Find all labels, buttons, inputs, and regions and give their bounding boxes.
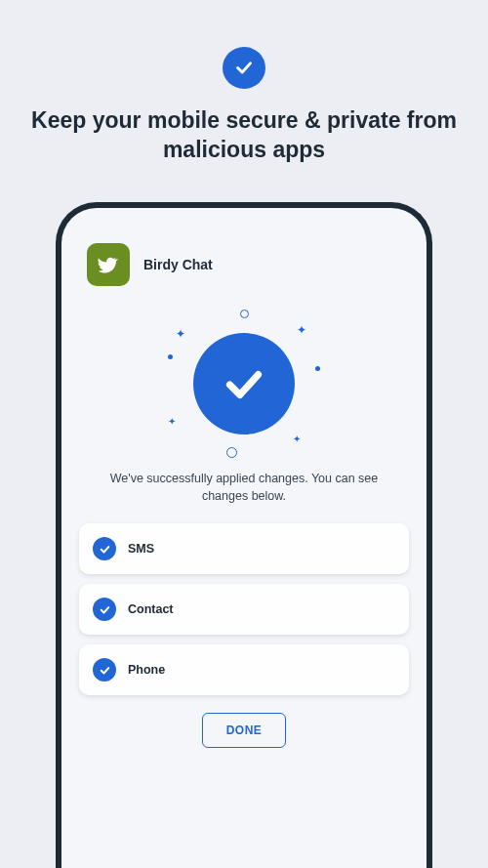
permission-item[interactable]: Phone xyxy=(79,644,409,695)
permission-item[interactable]: Contact xyxy=(79,584,409,635)
permission-label: Contact xyxy=(128,602,174,616)
check-icon xyxy=(93,598,116,621)
app-header: Birdy Chat xyxy=(79,243,409,286)
success-graphic: ✦ ✦ ✦ ✦ We've successfully applied chang… xyxy=(79,306,409,507)
done-button[interactable]: DONE xyxy=(202,713,287,748)
app-icon xyxy=(87,243,130,286)
check-icon xyxy=(93,658,116,682)
permission-label: SMS xyxy=(128,542,154,556)
headline: Keep your mobile secure & private from m… xyxy=(0,106,488,165)
permissions-list: SMS Contact Phone xyxy=(79,523,409,695)
success-check-icon xyxy=(193,333,295,434)
app-name: Birdy Chat xyxy=(143,257,213,272)
permission-item[interactable]: SMS xyxy=(79,523,409,574)
bird-icon xyxy=(97,253,120,276)
check-icon xyxy=(93,537,116,560)
check-badge-icon xyxy=(223,47,265,89)
success-message: We've successfully applied changes. You … xyxy=(79,470,409,507)
permission-label: Phone xyxy=(128,663,165,677)
phone-mockup: Birdy Chat ✦ ✦ ✦ ✦ We've successfully ap… xyxy=(56,202,432,868)
